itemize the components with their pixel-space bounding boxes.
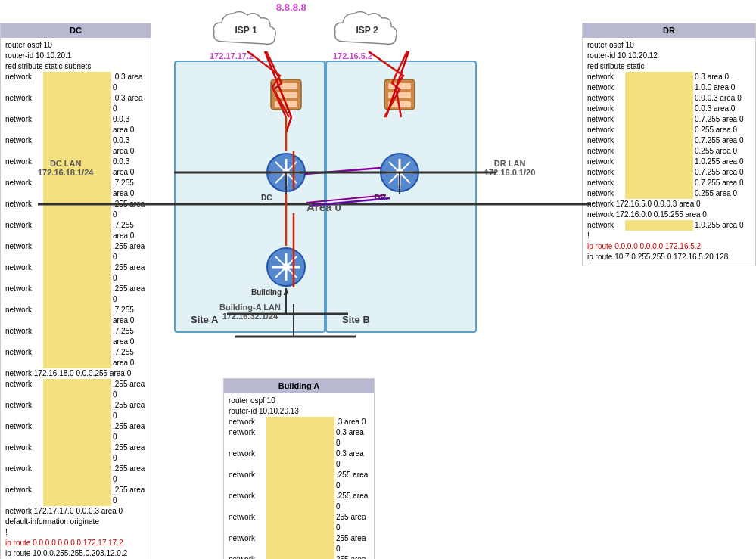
dc-config-line: network.255 area 0 xyxy=(5,241,146,262)
network-diagram: 8.8.8.8 ISP 1 ISP 2 172.17.17.2 172.16.5… xyxy=(148,0,609,378)
dc-config-line: network.255 area 0 xyxy=(5,443,146,464)
dc-config-line: network 172.17.17.0 0.0.0.3 area 0 xyxy=(5,506,146,517)
dr-label: DR xyxy=(375,194,385,202)
dc-config-line: network.7.255 area 0 xyxy=(5,178,146,199)
area0-label: Area 0 xyxy=(306,200,341,213)
dc-config-line: network.255 area 0 xyxy=(5,199,146,220)
dc-label: DC xyxy=(261,194,272,202)
site-a-label: Site A xyxy=(191,314,218,325)
dr-config-line: network1.0.255 area 0 xyxy=(587,157,751,167)
dr-config-line: network0.255 area 0 xyxy=(587,125,751,135)
building-label: Building A xyxy=(251,288,289,297)
building-config-line: network255 area 0 xyxy=(229,533,369,554)
svg-rect-21 xyxy=(388,101,411,107)
isp2-ip-label: 172.16.5.2 xyxy=(333,51,372,61)
svg-point-27 xyxy=(282,169,290,176)
building-config-line: network.255 area 0 xyxy=(229,470,369,491)
dc-config-line: network.7.255 area 0 xyxy=(5,326,146,347)
dr-config-line: router-id 10.10.20.12 xyxy=(587,51,751,61)
dr-firewall-icon xyxy=(381,76,418,115)
building-lan-label: Building-A LAN 172.16.32.1/24 xyxy=(219,303,281,321)
dr-config-line: network0.0.3 area 0 xyxy=(587,104,751,114)
building-switch-icon: Building A xyxy=(265,246,307,290)
building-config-line: router ospf 10 xyxy=(229,396,369,406)
svg-rect-16 xyxy=(275,92,297,98)
dc-config-line: router ospf 10 xyxy=(5,40,146,51)
dr-config-line: network1.0.0 area 0 xyxy=(587,82,751,93)
isp1-ip-label: 172.17.17.2 xyxy=(210,51,254,61)
building-config-title: Building A xyxy=(224,379,374,393)
building-config-line: network255 area 0 xyxy=(229,554,369,559)
building-config-line: router-id 10.10.20.13 xyxy=(229,406,369,417)
dc-config-line: default-information originate xyxy=(5,517,146,527)
site-b-label: Site B xyxy=(342,314,370,325)
svg-rect-17 xyxy=(275,101,297,107)
dc-config-line: network.255 area 0 xyxy=(5,262,146,284)
dc-config-line: network.7.255 area 0 xyxy=(5,305,146,326)
dc-config-line: ip route 10.0.0.255.255.0.203.12.0.2 xyxy=(5,548,146,559)
dr-config-line: network0.255 area 0 xyxy=(587,146,751,157)
isp2-cloud: ISP 2 xyxy=(329,8,405,51)
dr-config-line: network0.7.255 area 0 xyxy=(587,114,751,125)
dr-switch-icon: DR xyxy=(378,151,421,195)
svg-rect-15 xyxy=(275,83,297,89)
svg-point-39 xyxy=(282,263,290,271)
dr-config-line: redistribute static xyxy=(587,61,751,72)
dr-config-line: router ospf 10 xyxy=(587,40,751,51)
dc-config-line: network.255 area 0 xyxy=(5,379,146,400)
dr-config-line: ip route 10.7.0.255.255.0.172.16.5.20.12… xyxy=(587,252,751,262)
dr-config-line: network 172.16.5.0 0.0.0.3 area 0 xyxy=(587,199,751,210)
dc-config-line: ! xyxy=(5,527,146,538)
dc-config-line: network.7.255 area 0 xyxy=(5,347,146,368)
dr-config-line: network1.0.255 area 0 xyxy=(587,220,751,231)
svg-point-33 xyxy=(396,169,403,176)
building-config-line: network.3 area 0 xyxy=(229,417,369,427)
dc-switch-icon: DC xyxy=(265,151,307,195)
dr-config-line: ! xyxy=(587,231,751,241)
svg-text:ISP 2: ISP 2 xyxy=(356,25,378,36)
dc-config-line: network.255 area 0 xyxy=(5,485,146,506)
dc-config-line: network.255 area 0 xyxy=(5,284,146,305)
dr-config-line: network0.255 area 0 xyxy=(587,188,751,199)
dc-config-title: DC xyxy=(1,23,151,38)
building-config-line: network255 area 0 xyxy=(229,512,369,533)
dr-config-line: network0.7.255 area 0 xyxy=(587,135,751,146)
dc-firewall-icon xyxy=(267,76,305,115)
dc-config-line: network.255 area 0 xyxy=(5,464,146,485)
dc-config-line: redistribute static subnets xyxy=(5,61,146,72)
isp1-cloud: ISP 1 xyxy=(208,8,284,51)
dc-lan-label: DC LAN 172.16.18.1/24 xyxy=(38,159,93,177)
building-config-box: Building A router ospf 10 router-id 10.1… xyxy=(223,378,375,559)
dc-config-box: DC router ospf 10 router-id 10.10.20.1 r… xyxy=(0,23,151,559)
dc-config-line: network.0.3 area 0 xyxy=(5,93,146,114)
dc-config-line: network 172.16.18.0 0.0.0.255 area 0 xyxy=(5,368,146,379)
svg-rect-20 xyxy=(388,92,411,98)
dr-config-line: network0.3 area 0 xyxy=(587,72,751,82)
dr-config-line: network 172.16.0.0 0.15.255 area 0 xyxy=(587,210,751,220)
dr-config-line: network0.0.0.3 area 0 xyxy=(587,93,751,104)
dr-config-line: ip route 0.0.0.0 0.0.0.0 172.16.5.2 xyxy=(587,241,751,252)
dc-config-line: ip route 0.0.0.0 0.0.0.0 172.17.17.2 xyxy=(5,538,146,548)
dc-config-line: network.255 area 0 xyxy=(5,400,146,421)
dc-config-line: network.7.255 area 0 xyxy=(5,220,146,241)
building-config-line: network0.3 area 0 xyxy=(229,427,369,449)
dc-config-line: router-id 10.10.20.1 xyxy=(5,51,146,61)
svg-text:ISP 1: ISP 1 xyxy=(235,25,257,36)
building-config-line: network.255 area 0 xyxy=(229,491,369,512)
dr-config-line: network0.7.255 area 0 xyxy=(587,167,751,178)
dc-config-line: network0.0.3 area 0 xyxy=(5,135,146,157)
dc-config-line: network0.0.3 area 0 xyxy=(5,114,146,135)
building-config-line: network0.3 area 0 xyxy=(229,449,369,470)
dc-config-line: network.0.3 area 0 xyxy=(5,72,146,93)
dr-lan-label: DR LAN 172.16.0.1/20 xyxy=(484,159,535,177)
svg-rect-19 xyxy=(388,83,411,89)
dr-config-line: network0.7.255 area 0 xyxy=(587,178,751,188)
dc-config-line: network.255 area 0 xyxy=(5,421,146,443)
